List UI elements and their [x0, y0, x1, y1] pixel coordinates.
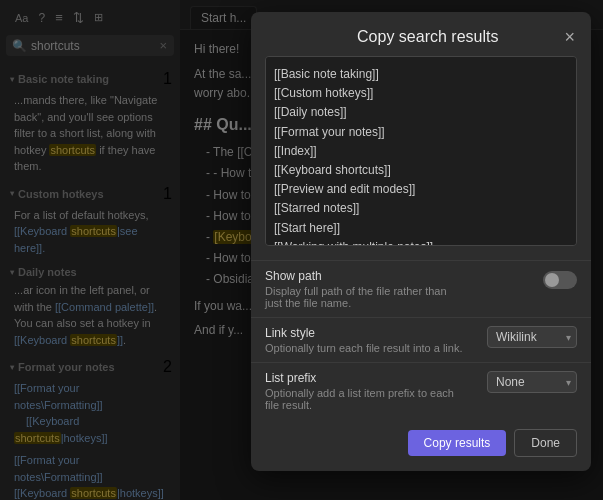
toggle-thumb-show-path: [545, 273, 559, 287]
list-prefix-label: List prefix: [265, 371, 465, 385]
dialog-overlay: Copy search results × [[Basic note takin…: [0, 0, 603, 500]
dialog-show-path-section: Show path Display full path of the file …: [251, 260, 591, 317]
dialog-link-style-row: Link style Optionally turn each file res…: [265, 326, 577, 354]
list-prefix-label-wrap: List prefix Optionally add a list item p…: [265, 371, 465, 411]
list-prefix-select[interactable]: None Dash Star Number: [487, 371, 577, 393]
dialog-title: Copy search results: [291, 28, 564, 46]
link-style-select-wrap: Wikilink Markdown None: [487, 326, 577, 348]
show-path-description: Display full path of the file rather tha…: [265, 285, 465, 309]
dialog-footer: Copy results Done: [251, 419, 591, 471]
link-style-select[interactable]: Wikilink Markdown None: [487, 326, 577, 348]
copy-search-results-dialog: Copy search results × [[Basic note takin…: [251, 12, 591, 471]
dialog-header: Copy search results ×: [251, 12, 591, 56]
dialog-show-path-row: Show path Display full path of the file …: [265, 269, 577, 309]
link-style-description: Optionally turn each file result into a …: [265, 342, 463, 354]
dialog-list-prefix-section: List prefix Optionally add a list item p…: [251, 362, 591, 419]
dialog-link-style-section: Link style Optionally turn each file res…: [251, 317, 591, 362]
dialog-list-prefix-row: List prefix Optionally add a list item p…: [265, 371, 577, 411]
done-button[interactable]: Done: [514, 429, 577, 457]
link-style-label: Link style: [265, 326, 463, 340]
copy-results-button[interactable]: Copy results: [408, 430, 507, 456]
dialog-close-button[interactable]: ×: [564, 28, 575, 46]
show-path-label-wrap: Show path Display full path of the file …: [265, 269, 465, 309]
list-prefix-select-wrap: None Dash Star Number: [487, 371, 577, 393]
list-prefix-description: Optionally add a list item prefix to eac…: [265, 387, 465, 411]
dialog-textarea-wrap: [[Basic note taking]] [[Custom hotkeys]]…: [251, 56, 591, 260]
show-path-label: Show path: [265, 269, 465, 283]
show-path-toggle[interactable]: [543, 271, 577, 289]
link-style-label-wrap: Link style Optionally turn each file res…: [265, 326, 463, 354]
dialog-results-textarea[interactable]: [[Basic note taking]] [[Custom hotkeys]]…: [265, 56, 577, 246]
